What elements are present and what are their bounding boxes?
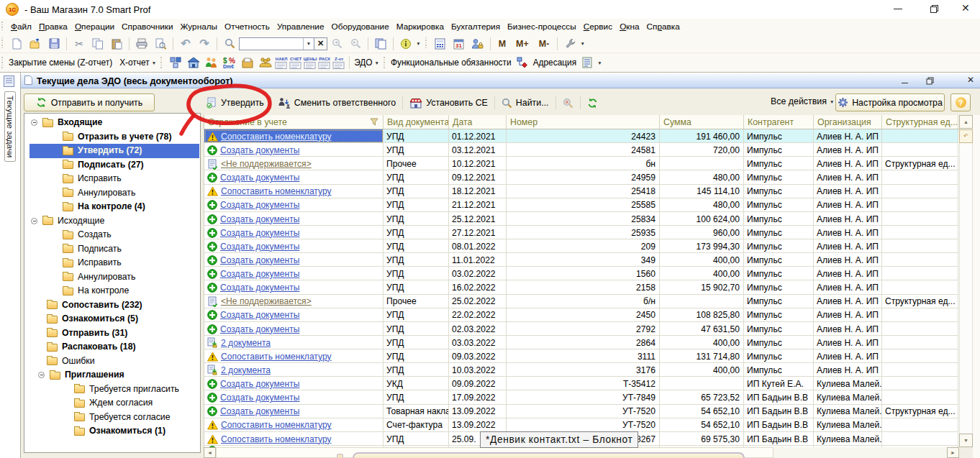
task-cell[interactable]: Создать документы [204, 253, 384, 267]
sum-cell[interactable]: 400,00 [660, 267, 744, 280]
task-cell[interactable]: Создать документы [204, 377, 384, 390]
tree-item-Аннулировать[interactable]: Аннулировать [24, 270, 200, 285]
structural-unit-cell[interactable] [882, 280, 958, 294]
task-cell[interactable]: <Не поддерживается> [204, 295, 384, 308]
task-cell[interactable]: Создать документы [204, 308, 384, 322]
task-cell[interactable]: Создать документы [204, 198, 384, 212]
doc-type-cell[interactable]: УПД [384, 363, 449, 377]
column-header-Структурная ед...[interactable]: Структурная ед... [882, 115, 958, 129]
chevron-down-icon[interactable]: ▼ [597, 60, 602, 65]
number-cell[interactable]: бн [507, 157, 660, 170]
scroll-right-button[interactable]: ► [947, 447, 959, 458]
task-cell[interactable]: Создать документы [204, 267, 384, 280]
edo-close-button[interactable]: ✕ [967, 75, 974, 84]
organization-cell[interactable]: Алиев Н. А. ИП [814, 295, 882, 308]
doc-type-cell[interactable]: УПД [384, 267, 449, 280]
number-cell[interactable]: 2158 [507, 280, 660, 294]
redo-arrow-icon[interactable]: ↷ [197, 37, 212, 51]
close-button[interactable]: ✕ [961, 3, 970, 13]
table-row[interactable]: Создать документыТоварная накла...13.09.… [204, 405, 959, 418]
menu-item-Маркировка[interactable]: Маркировка [393, 19, 448, 35]
menu-item-Оборудование[interactable]: Оборудование [328, 19, 393, 35]
organization-cell[interactable]: Кулиева Малей... [814, 418, 882, 432]
maximize-button[interactable] [930, 4, 939, 16]
sum-cell[interactable]: 191 460,00 [660, 129, 744, 143]
task-link[interactable]: Создать документы [220, 283, 299, 293]
menu-item-Сервис[interactable]: Сервис [580, 19, 616, 35]
menu-item-Окна[interactable]: Окна [616, 19, 643, 35]
number-cell[interactable]: 2450 [507, 308, 660, 322]
task-link[interactable]: Создать документы [220, 228, 299, 238]
tree-collapse-icon[interactable] [31, 218, 37, 224]
task-link[interactable]: 2 документа [221, 338, 271, 348]
structural-unit-cell[interactable] [882, 432, 958, 446]
sum-cell[interactable]: 65 723,52 [660, 390, 744, 404]
contragent-cell[interactable]: Импульс [744, 129, 814, 143]
task-cell[interactable]: Создать документы [204, 226, 384, 239]
organization-cell[interactable]: Кулиева Малей... [814, 390, 882, 404]
tab-current-tasks[interactable]: Текущие задачи [4, 91, 16, 162]
structural-unit-cell[interactable] [882, 349, 958, 363]
task-link[interactable]: Создать документы [220, 310, 299, 320]
organization-cell[interactable]: Алиев Н. А. ИП [814, 143, 882, 157]
sum-cell[interactable]: 15 902,70 [660, 280, 744, 294]
date-cell[interactable]: 17.09.2022 [449, 390, 507, 404]
tree-item-Исправить[interactable]: Исправить [24, 172, 200, 186]
doc-type-cell[interactable]: УКД [384, 377, 449, 390]
people-group-icon[interactable] [258, 55, 273, 70]
contragent-cell[interactable]: Импульс [744, 322, 814, 336]
table-row[interactable]: <Не поддерживается>Прочее25.02.2022б/нИм… [204, 295, 959, 308]
table-row[interactable]: Создать документыУПД03.02.20221560400,00… [204, 267, 959, 280]
print-preview-icon[interactable] [153, 37, 168, 51]
calendar-icon[interactable]: 31 [451, 37, 466, 51]
task-link[interactable]: Создать документы [220, 200, 299, 210]
number-cell[interactable]: 349 [507, 253, 660, 267]
chevron-down-icon[interactable]: ▼ [580, 41, 584, 46]
table-row[interactable]: Создать документыУПД22.02.20222450108 82… [204, 308, 959, 322]
people-mk-icon[interactable] [204, 55, 219, 70]
chevron-down-icon[interactable]: ▼ [416, 41, 420, 46]
contragent-cell[interactable]: Импульс [744, 363, 814, 377]
table-row[interactable]: Создать документыУПД02.03.2022279247 631… [204, 322, 959, 336]
doc-type-cell[interactable]: УПД [384, 226, 449, 239]
date-cell[interactable]: 18.12.2021 [449, 185, 507, 198]
contragent-cell[interactable]: Импульс [744, 253, 814, 267]
close-shift-button[interactable]: Закрытие смены (Z-отчет) [7, 58, 114, 68]
structural-unit-cell[interactable] [882, 253, 958, 267]
blocks-icon[interactable] [168, 55, 183, 70]
date-cell[interactable]: 25.02.2022 [449, 295, 507, 308]
tree-item-Ознакомиться (5)[interactable]: Ознакомиться (5) [24, 312, 200, 326]
column-header-Вид документа[interactable]: Вид документа [384, 115, 449, 129]
toolbar-grip[interactable] [384, 57, 386, 69]
info-icon[interactable] [399, 37, 414, 51]
organization-cell[interactable]: Алиев Н. А. ИП [814, 129, 882, 143]
menu-item-Правка[interactable]: Правка [35, 19, 71, 35]
cut-icon[interactable]: ✂ [72, 37, 87, 51]
contragent-cell[interactable]: Импульс [744, 267, 814, 280]
date-cell[interactable]: 09.12.2021 [449, 170, 507, 184]
task-cell[interactable]: Создать документы [204, 322, 384, 336]
task-link[interactable]: Сопоставить номенклатуру [221, 186, 332, 196]
doc-type-cell[interactable]: УПД [384, 212, 449, 226]
date-cell[interactable]: 01.12.2021 [449, 129, 507, 143]
contragent-cell[interactable]: Импульс [744, 308, 814, 322]
house-icon[interactable] [186, 55, 201, 70]
doc-type-cell[interactable]: Товарная накла... [384, 405, 449, 418]
organization-cell[interactable]: Алиев Н. А. ИП [814, 253, 882, 267]
contragent-cell[interactable]: Импульс [744, 157, 814, 170]
structural-unit-cell[interactable] [882, 418, 958, 432]
task-cell[interactable]: Сопоставить номенклатуру [204, 418, 384, 432]
task-link[interactable]: Создать документы [220, 393, 299, 403]
sum-cell[interactable]: 173 994,30 [660, 239, 744, 253]
organization-cell[interactable]: Кулиева Малей... [814, 377, 882, 390]
task-cell[interactable]: 2 документа [204, 336, 384, 349]
user-lock-icon[interactable] [470, 37, 485, 51]
task-link[interactable]: Сопоставить номенклатуру [221, 434, 332, 444]
number-cell[interactable]: 24959 [507, 170, 660, 184]
toolbar-grip[interactable] [160, 57, 163, 69]
organization-cell[interactable]: Алиев Н. А. ИП [814, 212, 882, 226]
doc-type-cell[interactable]: Прочее [384, 157, 449, 170]
number-cell[interactable]: 24423 [507, 129, 660, 143]
toolbar-grip[interactable] [1, 37, 4, 50]
number-cell[interactable]: 209 [507, 239, 660, 253]
